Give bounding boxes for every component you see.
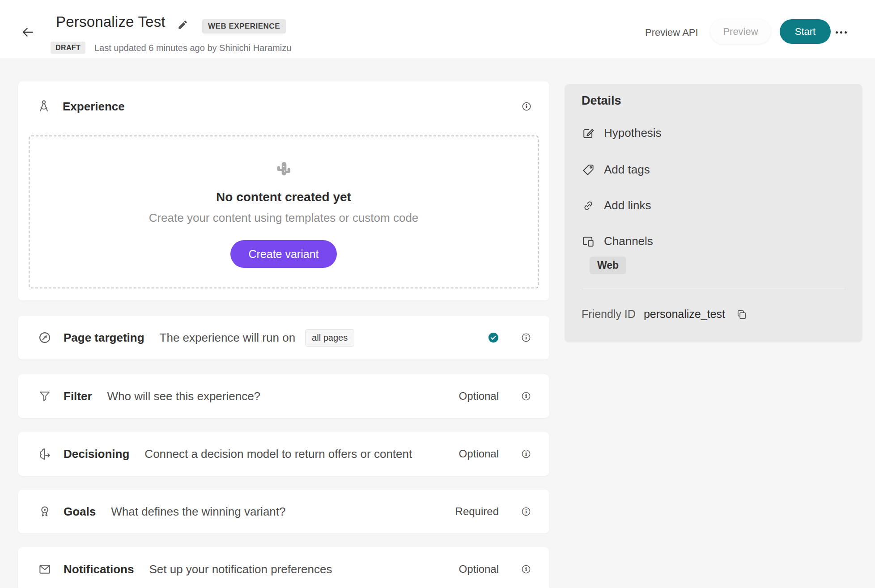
section-title: Page targeting xyxy=(64,331,144,345)
copy-icon[interactable] xyxy=(736,309,748,320)
link-icon xyxy=(582,199,595,212)
channels-label: Channels xyxy=(604,234,653,248)
filter-funnel-icon xyxy=(38,389,52,403)
add-links-item[interactable]: Add links xyxy=(582,199,651,212)
empty-state-subtitle: Create your content using templates or c… xyxy=(149,211,419,225)
info-icon[interactable]: i xyxy=(522,102,531,111)
preview-button[interactable]: Preview xyxy=(710,19,771,44)
section-subtitle: What defines the winning variant? xyxy=(111,505,285,519)
section-subtitle: The experience will run on xyxy=(160,331,296,345)
section-title: Filter xyxy=(64,389,92,403)
start-button[interactable]: Start xyxy=(780,19,831,44)
add-links-label: Add links xyxy=(604,199,651,212)
page-targeting-icon xyxy=(38,330,52,345)
back-arrow-icon[interactable] xyxy=(21,25,35,39)
channel-web-badge[interactable]: Web xyxy=(590,257,626,274)
experience-card-title: Experience xyxy=(63,99,125,114)
requirement-label: Required xyxy=(455,505,499,518)
type-badge: WEB EXPERIENCE xyxy=(202,19,286,34)
friendly-id-label: Friendly ID xyxy=(582,308,636,321)
decisioning-brain-icon xyxy=(38,447,52,461)
goals-medal-icon xyxy=(38,504,52,519)
add-tags-label: Add tags xyxy=(604,163,650,177)
svg-text:i: i xyxy=(526,103,528,110)
all-pages-badge[interactable]: all pages xyxy=(305,329,354,347)
filter-card[interactable]: Filter Who will see this experience? Opt… xyxy=(18,374,549,418)
devices-icon xyxy=(582,235,595,248)
svg-text:i: i xyxy=(525,508,527,515)
hypothesis-label: Hypothesis xyxy=(604,126,662,140)
section-subtitle: Connect a decision model to return offer… xyxy=(144,447,412,461)
details-divider xyxy=(582,289,845,289)
page-targeting-card[interactable]: Page targeting The experience will run o… xyxy=(18,316,549,360)
experience-card: Experience i No content created yet xyxy=(18,81,549,300)
personalize-experience-page: Personalize Test WEB EXPERIENCE DRAFT La… xyxy=(0,0,875,588)
notifications-envelope-icon xyxy=(38,562,52,576)
requirement-label: Optional xyxy=(459,390,499,402)
requirement-label: Optional xyxy=(459,448,499,460)
header: Personalize Test WEB EXPERIENCE DRAFT La… xyxy=(0,0,875,58)
add-tags-item[interactable]: Add tags xyxy=(582,163,650,177)
info-icon[interactable]: i xyxy=(521,333,531,343)
hypothesis-item[interactable]: Hypothesis xyxy=(582,126,662,140)
channels-item[interactable]: Channels xyxy=(582,234,653,248)
info-icon[interactable]: i xyxy=(521,564,531,574)
section-title: Goals xyxy=(64,505,96,519)
notifications-card[interactable]: Notifications Set up your notification p… xyxy=(18,547,549,588)
edit-title-icon[interactable] xyxy=(177,20,188,30)
details-panel: Details Hypothesis Add tags xyxy=(565,84,862,343)
svg-text:i: i xyxy=(525,393,527,399)
friendly-id-value: personalize_test xyxy=(644,308,725,321)
complete-check-icon xyxy=(488,332,499,343)
edit-icon xyxy=(582,127,595,140)
more-options-icon[interactable] xyxy=(834,30,849,35)
svg-text:i: i xyxy=(525,334,527,341)
preview-api-button[interactable]: Preview API xyxy=(645,27,698,38)
tag-icon xyxy=(582,163,595,177)
info-icon[interactable]: i xyxy=(521,449,531,459)
page-title: Personalize Test xyxy=(56,13,166,30)
create-variant-button[interactable]: Create variant xyxy=(230,240,336,268)
info-icon[interactable]: i xyxy=(521,391,531,401)
friendly-id-row: Friendly ID personalize_test xyxy=(582,308,748,321)
goals-card[interactable]: Goals What defines the winning variant? … xyxy=(18,490,549,533)
svg-text:i: i xyxy=(525,451,527,457)
experience-compass-icon xyxy=(37,99,51,114)
section-subtitle: Who will see this experience? xyxy=(107,389,261,403)
svg-text:i: i xyxy=(525,566,527,572)
section-subtitle: Set up your notification preferences xyxy=(149,563,332,576)
details-title: Details xyxy=(582,94,621,108)
empty-content-dropzone: No content created yet Create your conte… xyxy=(29,135,539,288)
requirement-label: Optional xyxy=(459,563,499,575)
section-title: Notifications xyxy=(64,563,134,576)
decisioning-card[interactable]: Decisioning Connect a decision model to … xyxy=(18,432,549,476)
info-icon[interactable]: i xyxy=(521,507,531,516)
status-badge: DRAFT xyxy=(51,42,85,54)
cactus-icon xyxy=(273,159,294,179)
section-title: Decisioning xyxy=(64,447,129,461)
last-updated-text: Last updated 6 minutes ago by Shinichi H… xyxy=(94,43,291,53)
empty-state-title: No content created yet xyxy=(216,190,351,204)
